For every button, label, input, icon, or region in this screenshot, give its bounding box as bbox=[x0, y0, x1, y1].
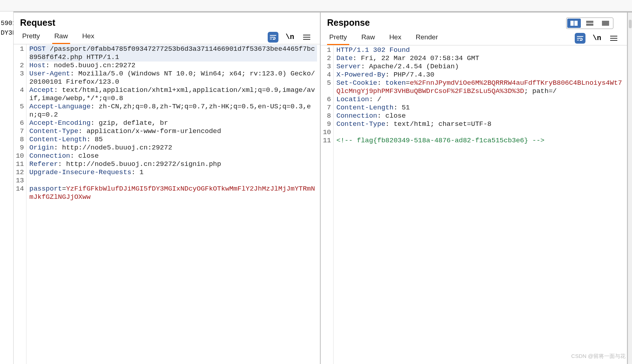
code-line[interactable]: Connection: close bbox=[29, 152, 317, 160]
code-line[interactable]: Accept: text/html,application/xhtml+xml,… bbox=[29, 86, 317, 103]
line-number: 10 bbox=[14, 152, 24, 160]
code-line[interactable]: HTTP/1.1 302 Found bbox=[336, 46, 624, 54]
line-number: 7 bbox=[14, 127, 24, 136]
code-line[interactable]: X-Powered-By: PHP/7.4.30 bbox=[336, 71, 624, 79]
line-number: 3 bbox=[14, 70, 24, 86]
tab-pretty[interactable]: Pretty bbox=[327, 31, 349, 45]
code-line[interactable]: Host: node5.buuoj.cn:29272 bbox=[29, 62, 317, 70]
menu-button[interactable] bbox=[608, 33, 619, 44]
request-editor[interactable]: 1234567891011121314 POST /passport/0fabb… bbox=[14, 44, 320, 364]
code-line[interactable]: Accept-Encoding: gzip, deflate, br bbox=[29, 119, 317, 127]
layout-columns-button[interactable] bbox=[567, 19, 581, 28]
code-line[interactable]: Content-Length: 85 bbox=[29, 136, 317, 144]
code-line[interactable]: Server: Apache/2.4.54 (Debian) bbox=[336, 63, 624, 71]
line-number: 2 bbox=[14, 62, 24, 70]
line-number: 9 bbox=[321, 120, 331, 128]
tab-render[interactable]: Render bbox=[413, 31, 440, 45]
line-number: 11 bbox=[14, 160, 24, 168]
response-pane: Response PrettyRawHexRender \n bbox=[321, 13, 628, 364]
line-number: 4 bbox=[321, 71, 331, 79]
line-number: 8 bbox=[14, 136, 24, 144]
line-number: 12 bbox=[14, 168, 24, 177]
svg-rect-2 bbox=[586, 21, 593, 23]
scrollbar[interactable] bbox=[628, 13, 632, 364]
code-line[interactable]: <!-- flag{fb820349-518a-4876-ad82-f1ca51… bbox=[336, 137, 624, 145]
line-number: 10 bbox=[321, 128, 331, 137]
code-line[interactable]: Connection: close bbox=[336, 112, 624, 120]
line-number: 6 bbox=[14, 119, 24, 127]
sidebar-row[interactable]: 5901 bbox=[0, 19, 13, 28]
code-line[interactable]: Upgrade-Insecure-Requests: 1 bbox=[29, 168, 317, 177]
left-sidebar[interactable]: 5901 DY3N bbox=[0, 11, 14, 364]
show-newlines-button[interactable]: \n bbox=[286, 33, 294, 41]
code-line[interactable]: User-Agent: Mozilla/5.0 (Windows NT 10.0… bbox=[29, 70, 317, 86]
layout-combined-button[interactable] bbox=[599, 19, 612, 28]
wrap-lines-button[interactable] bbox=[268, 32, 278, 43]
show-newlines-button[interactable]: \n bbox=[593, 34, 601, 42]
wrap-lines-button[interactable] bbox=[575, 33, 585, 44]
line-number: 11 bbox=[321, 137, 331, 145]
request-tabbar: PrettyRawHex \n bbox=[14, 30, 320, 44]
response-editor[interactable]: 1234567891011 HTTP/1.1 302 FoundDate: Fr… bbox=[321, 45, 627, 364]
code-line[interactable]: Content-Type: text/html; charset=UTF-8 bbox=[336, 120, 624, 128]
svg-rect-0 bbox=[570, 21, 574, 26]
line-number: 13 bbox=[14, 177, 24, 185]
layout-toggle-group bbox=[566, 18, 613, 29]
svg-rect-4 bbox=[602, 21, 609, 26]
line-number: 14 bbox=[14, 185, 24, 201]
response-title: Response bbox=[327, 18, 370, 28]
request-title: Request bbox=[20, 18, 55, 28]
code-line[interactable]: Set-Cookie: token=e%2FnnJPymdViOe6M%2BQR… bbox=[336, 79, 624, 95]
code-line[interactable]: Content-Length: 51 bbox=[336, 104, 624, 112]
line-number: 8 bbox=[321, 112, 331, 120]
line-number: 2 bbox=[321, 54, 331, 63]
code-line[interactable]: Location: / bbox=[336, 95, 624, 104]
sidebar-row[interactable]: DY3N bbox=[0, 28, 13, 38]
watermark: CSDN @留将一面与花 bbox=[571, 353, 626, 360]
top-toolbar bbox=[0, 0, 632, 11]
tab-hex[interactable]: Hex bbox=[387, 31, 404, 45]
code-line[interactable]: Accept-Language: zh-CN,zh;q=0.8,zh-TW;q=… bbox=[29, 103, 317, 119]
line-number: 4 bbox=[14, 86, 24, 103]
code-line[interactable]: Content-Type: application/x-www-form-url… bbox=[29, 127, 317, 136]
line-number: 6 bbox=[321, 95, 331, 104]
svg-rect-3 bbox=[586, 24, 593, 26]
tab-raw[interactable]: Raw bbox=[52, 30, 70, 44]
line-number: 3 bbox=[321, 63, 331, 71]
svg-rect-1 bbox=[574, 21, 578, 26]
code-line[interactable]: Date: Fri, 22 Mar 2024 07:58:34 GMT bbox=[336, 54, 624, 63]
line-number: 1 bbox=[14, 45, 24, 62]
line-number: 5 bbox=[14, 103, 24, 119]
line-number: 1 bbox=[321, 46, 331, 54]
line-number: 5 bbox=[321, 79, 331, 95]
code-line[interactable]: Referer: http://node5.buuoj.cn:29272/sig… bbox=[29, 160, 317, 168]
request-pane: Request PrettyRawHex \n 1234567891011121… bbox=[14, 13, 321, 364]
line-number: 9 bbox=[14, 144, 24, 152]
code-line[interactable]: Origin: http://node5.buuoj.cn:29272 bbox=[29, 144, 317, 152]
code-line[interactable] bbox=[29, 177, 317, 185]
layout-rows-button[interactable] bbox=[583, 19, 597, 28]
tab-hex[interactable]: Hex bbox=[80, 30, 97, 44]
code-line[interactable] bbox=[336, 128, 624, 137]
menu-button[interactable] bbox=[301, 32, 312, 43]
code-line[interactable]: POST /passport/0fabb4785f09347277253b6d3… bbox=[29, 45, 317, 62]
code-line[interactable]: passport=YzFifGFkbWlufDJiMGI5fDY3MGIxNDc… bbox=[29, 185, 317, 201]
line-number: 7 bbox=[321, 104, 331, 112]
response-tabbar: PrettyRawHexRender \n bbox=[321, 31, 627, 45]
tab-raw[interactable]: Raw bbox=[359, 31, 377, 45]
tab-pretty[interactable]: Pretty bbox=[20, 30, 42, 44]
